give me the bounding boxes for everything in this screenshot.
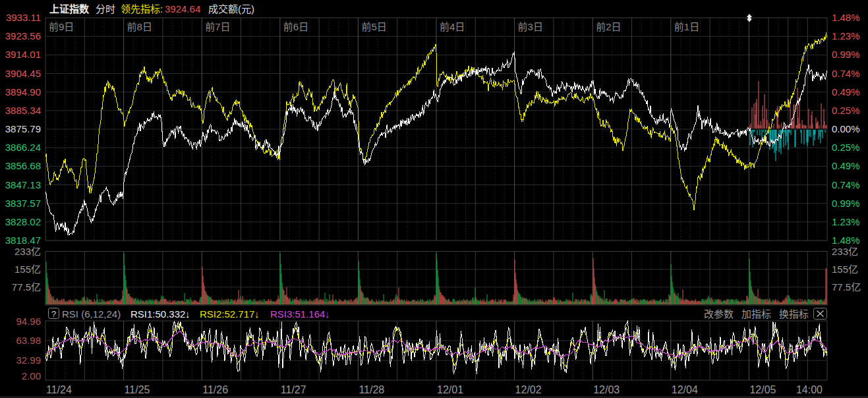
svg-text:RSI1:50.332: RSI1:50.332 <box>130 308 185 320</box>
svg-text:0.99%: 0.99% <box>832 198 860 209</box>
svg-text:3924.64: 3924.64 <box>165 3 200 14</box>
svg-text:RSI2:52.717: RSI2:52.717 <box>200 308 254 320</box>
svg-text:0.49%: 0.49% <box>832 86 860 98</box>
svg-text:前5日: 前5日 <box>361 19 386 33</box>
svg-text:改参数: 改参数 <box>704 306 734 320</box>
svg-text:77.5亿: 77.5亿 <box>832 279 861 293</box>
svg-text:0.25%: 0.25% <box>832 105 860 116</box>
svg-text:前4日: 前4日 <box>440 19 465 33</box>
svg-text:前9日: 前9日 <box>49 19 74 33</box>
svg-text:前2日: 前2日 <box>596 19 621 33</box>
svg-text:0.74%: 0.74% <box>832 68 860 79</box>
svg-text:3923.56: 3923.56 <box>5 30 41 42</box>
svg-text:3933.11: 3933.11 <box>6 12 41 23</box>
svg-text:12/03: 12/03 <box>593 384 620 395</box>
svg-text:3866.24: 3866.24 <box>5 142 41 153</box>
svg-text:3885.34: 3885.34 <box>5 105 41 116</box>
svg-text:155亿: 155亿 <box>14 262 41 275</box>
svg-text:前1日: 前1日 <box>674 19 699 33</box>
svg-text:3837.57: 3837.57 <box>5 198 41 209</box>
svg-text:11/26: 11/26 <box>202 384 228 395</box>
svg-text:换指标: 换指标 <box>779 306 809 320</box>
svg-text:领先指标:: 领先指标: <box>121 1 163 15</box>
svg-text:11/24: 11/24 <box>46 384 72 395</box>
svg-text:1.23%: 1.23% <box>832 30 860 42</box>
svg-text:3828.02: 3828.02 <box>5 216 41 227</box>
svg-text:↓: ↓ <box>325 308 330 320</box>
svg-text:前8日: 前8日 <box>127 19 152 33</box>
svg-text:前3日: 前3日 <box>518 19 543 33</box>
svg-text:上证指数: 上证指数 <box>49 1 90 15</box>
svg-text:0.49%: 0.49% <box>832 160 860 171</box>
svg-text:1.23%: 1.23% <box>832 216 860 227</box>
svg-text:94.96: 94.96 <box>16 316 41 327</box>
svg-text:0.99%: 0.99% <box>832 49 860 60</box>
svg-text:233亿: 233亿 <box>832 244 858 258</box>
svg-text:14:00: 14:00 <box>796 384 823 395</box>
svg-text:↓: ↓ <box>254 308 260 320</box>
svg-text:12/04: 12/04 <box>672 384 698 395</box>
svg-text:11/27: 11/27 <box>281 384 306 395</box>
svg-text:3856.68: 3856.68 <box>5 160 41 171</box>
svg-text:155亿: 155亿 <box>832 262 858 275</box>
svg-text:0.74%: 0.74% <box>832 179 860 190</box>
svg-text:前6日: 前6日 <box>283 19 308 33</box>
svg-text:0.25%: 0.25% <box>832 142 860 153</box>
svg-text:?: ? <box>51 309 56 319</box>
svg-text:3875.79: 3875.79 <box>5 123 41 134</box>
svg-text:3894.90: 3894.90 <box>5 86 41 98</box>
svg-text:32.99: 32.99 <box>16 355 41 366</box>
svg-text:前7日: 前7日 <box>205 19 230 33</box>
svg-text:11/25: 11/25 <box>125 384 150 395</box>
svg-text:RSI3:51.164: RSI3:51.164 <box>270 308 325 320</box>
svg-text:233亿: 233亿 <box>14 244 41 258</box>
svg-text:3904.45: 3904.45 <box>5 68 41 79</box>
svg-text:RSI (6,12,24): RSI (6,12,24) <box>62 308 121 320</box>
svg-text:↓: ↓ <box>185 308 190 320</box>
svg-text:0.00%: 0.00% <box>832 123 860 134</box>
svg-text:1.48%: 1.48% <box>832 12 860 23</box>
svg-text:77.5亿: 77.5亿 <box>12 279 41 293</box>
svg-text:加指标: 加指标 <box>741 306 771 320</box>
svg-text:成交额(元): 成交额(元) <box>208 1 254 15</box>
svg-text:3914.01: 3914.01 <box>5 49 41 60</box>
svg-text:63.98: 63.98 <box>16 335 41 346</box>
svg-text:12/05: 12/05 <box>749 384 776 395</box>
svg-text:12/01: 12/01 <box>437 384 463 395</box>
svg-text:11/28: 11/28 <box>359 384 384 395</box>
svg-text:3847.13: 3847.13 <box>5 179 41 190</box>
svg-text:12/02: 12/02 <box>515 384 542 395</box>
svg-text:2.00: 2.00 <box>22 370 41 382</box>
svg-text:分时: 分时 <box>96 1 115 15</box>
